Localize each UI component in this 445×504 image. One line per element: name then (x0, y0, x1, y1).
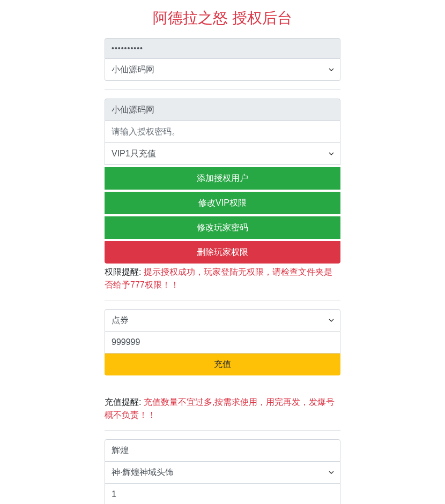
delete-permission-button[interactable]: 删除玩家权限 (105, 241, 340, 264)
item-select[interactable]: 神·辉煌神域头饰 (105, 462, 340, 484)
recharge-amount-input[interactable] (105, 332, 340, 353)
username-input[interactable] (105, 99, 340, 121)
divider (105, 89, 340, 90)
add-auth-user-button[interactable]: 添加授权用户 (105, 167, 340, 190)
recharge-section: 点券 充值 (105, 309, 340, 375)
modify-password-button[interactable]: 修改玩家密码 (105, 216, 340, 239)
item-category-input[interactable] (105, 439, 340, 462)
vip-level-select[interactable]: VIP1只充值 (105, 143, 340, 165)
item-quantity-input[interactable] (105, 484, 340, 504)
modify-vip-button[interactable]: 修改VIP权限 (105, 192, 340, 214)
divider (105, 430, 340, 431)
server-select[interactable]: 小仙源码网 (105, 59, 340, 81)
currency-type-select[interactable]: 点券 (105, 309, 340, 332)
auth-section: VIP1只充值 添加授权用户 修改VIP权限 修改玩家密码 删除玩家权限 权限提… (105, 99, 340, 291)
mail-item-section: 神·辉煌神域头饰 发送邮件物品 (105, 439, 340, 504)
login-section: 小仙源码网 (105, 38, 340, 81)
auth-password-input[interactable] (105, 121, 340, 143)
auth-button-group: 添加授权用户 修改VIP权限 修改玩家密码 删除玩家权限 (105, 167, 340, 264)
reminder-label: 权限提醒: (105, 267, 144, 276)
page-title: 阿德拉之怒 授权后台 (105, 8, 340, 28)
recharge-button[interactable]: 充值 (105, 353, 340, 375)
admin-password-input[interactable] (105, 38, 340, 59)
divider (105, 300, 340, 300)
recharge-reminder: 充值提醒: 充值数量不宜过多,按需求使用，用完再发，发爆号概不负责！！ (105, 396, 340, 422)
reminder-label: 充值提醒: (105, 397, 144, 407)
permission-reminder: 权限提醒: 提示授权成功，玩家登陆无权限，请检查文件夹是否给予777权限！！ (105, 266, 340, 291)
